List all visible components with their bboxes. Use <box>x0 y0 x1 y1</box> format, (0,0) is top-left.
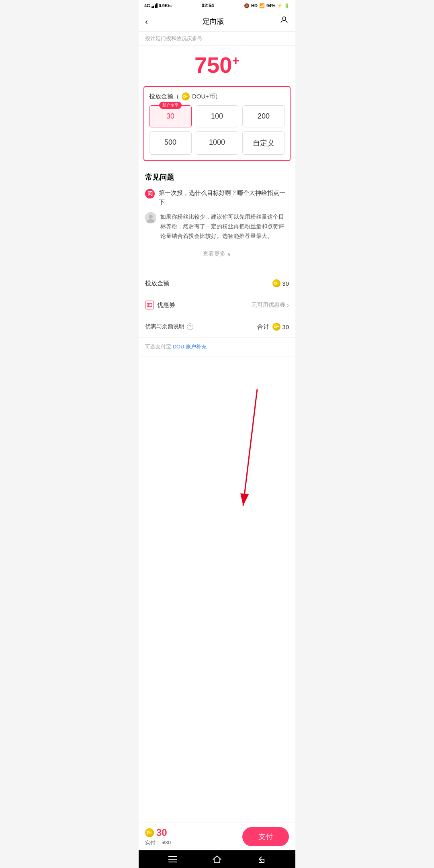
faq-answer-text: 如果你粉丝比较少，建议你可以先用粉丝量这个目标养粉，然后有了一定的粉丝再把粉丝量… <box>160 212 289 241</box>
signal-bar-1 <box>151 6 153 8</box>
network-type: 4G <box>144 3 150 8</box>
status-left: 4G 0.9K/s <box>144 3 172 8</box>
hd-label: HD <box>251 3 258 8</box>
status-right: 🔕 HD 📶 94% ⚡ 🔋 <box>244 3 290 8</box>
total-label: 优惠与余额说明 ? <box>145 323 193 330</box>
bottom-bar: D+ 30 实付： ¥30 支付 <box>139 823 295 827</box>
back-button[interactable]: ‹ <box>145 17 148 26</box>
summary-amount-row: 投放金额 D+ 30 <box>139 273 295 294</box>
summary-amount-label: 投放金额 <box>145 280 169 287</box>
svg-point-0 <box>283 17 286 20</box>
amount-option-200[interactable]: 200 <box>242 105 285 127</box>
svg-rect-3 <box>147 303 152 307</box>
big-number: 750+ <box>145 54 289 76</box>
summary-total-row: 优惠与余额说明 ? 合计 D+ 30 <box>139 316 295 338</box>
new-user-badge: 新户专享 <box>159 102 182 109</box>
dou-coin-small-1: D+ <box>272 279 280 287</box>
nav-bar: ‹ 定向版 <box>139 11 295 32</box>
dou-coin-icon: D+ <box>182 92 190 100</box>
amount-option-500[interactable]: 500 <box>149 131 192 155</box>
faq-avatar <box>145 212 156 223</box>
faq-answer: 如果你粉丝比较少，建议你可以先用粉丝量这个目标养粉，然后有了一定的粉丝再把粉丝量… <box>145 212 289 241</box>
question-icon: 问 <box>145 189 155 199</box>
amount-grid: 新户专享 30 100 200 500 1000 <box>149 105 285 155</box>
status-bar: 4G 0.9K/s 02:54 🔕 HD 📶 94% ⚡ 🔋 <box>139 0 295 11</box>
faq-question: 问 第一次投，选什么目标好啊？哪个大神给指点一下 <box>145 188 289 207</box>
alarm-icon: 🔕 <box>244 3 250 8</box>
sub-header: 投计延门投和效况庆多号 <box>139 32 295 46</box>
partial-info-row: 可选支付宝 DOU 账户补充 <box>139 338 295 356</box>
amount-selection-box: 投放金额（ D+ DOU+币） 新户专享 30 100 200 <box>143 86 291 161</box>
network-speed: 0.9K/s <box>159 3 172 8</box>
signal-bar-2 <box>153 6 154 8</box>
summary-amount-value: D+ 30 <box>272 279 289 287</box>
faq-section: 常见问题 问 第一次投，选什么目标好啊？哪个大神给指点一下 如果你粉丝比较少，建… <box>139 166 295 268</box>
amount-option-30[interactable]: 新户专享 30 <box>149 105 192 127</box>
signal-bar-3 <box>155 4 156 8</box>
faq-title: 常见问题 <box>145 172 289 182</box>
amount-option-100[interactable]: 100 <box>196 105 238 127</box>
help-icon[interactable]: ? <box>187 323 193 330</box>
summary-section: 投放金额 D+ 30 优惠券 <box>139 273 295 356</box>
chevron-down-icon: ∨ <box>227 251 231 257</box>
total-value: 合计 D+ 30 <box>257 323 289 331</box>
coupon-icon <box>145 301 154 309</box>
summary-coupon-value: 无可用优惠券 › <box>252 301 289 309</box>
status-time: 02:54 <box>202 3 214 8</box>
coupon-chevron: › <box>287 302 289 308</box>
summary-coupon-row[interactable]: 优惠券 无可用优惠券 › <box>139 294 295 316</box>
see-more-button[interactable]: 查看更多 ∨ <box>145 246 289 262</box>
faq-question-text: 第一次投，选什么目标好啊？哪个大神给指点一下 <box>159 188 289 207</box>
dou-coin-small-2: D+ <box>272 323 280 331</box>
user-icon[interactable] <box>279 15 289 27</box>
summary-coupon-label: 优惠券 <box>145 301 175 309</box>
battery-level: 94% <box>266 3 275 8</box>
signal-bar-4 <box>156 3 158 8</box>
battery-icon: 🔋 <box>284 3 290 8</box>
signal-bars <box>151 3 158 8</box>
amount-option-custom[interactable]: 自定义 <box>242 131 285 155</box>
wifi-icon: 📶 <box>259 3 265 8</box>
amount-label: 投放金额（ D+ DOU+币） <box>149 92 285 100</box>
page-title: 定向版 <box>203 16 224 26</box>
charging-icon: ⚡ <box>277 3 283 8</box>
main-content: 投计延门投和效况庆多号 750+ 投放金额（ D+ DOU+币） 新户专享 30 <box>139 32 295 827</box>
svg-point-2 <box>149 215 153 219</box>
amount-option-1000[interactable]: 1000 <box>196 131 238 155</box>
dou-account-link[interactable]: DOU 账户补充 <box>173 344 207 350</box>
big-number-section: 750+ <box>139 46 295 86</box>
